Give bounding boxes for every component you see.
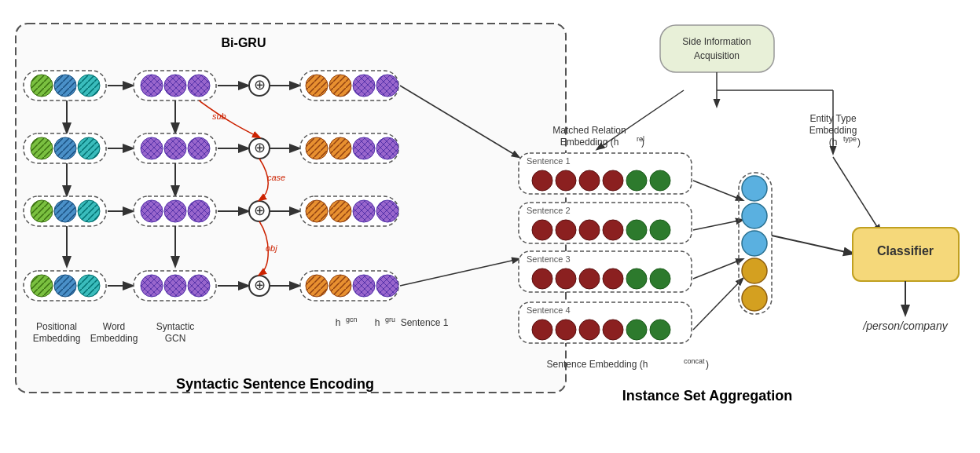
svg-line-149 [693,259,743,279]
sentence-group-4: Sentence 4 [519,302,692,343]
svg-point-24 [188,75,210,97]
svg-point-37 [31,137,53,159]
svg-point-78 [54,275,76,297]
svg-point-23 [164,75,186,97]
svg-point-143 [626,320,647,340]
label-word-emb: Word [103,321,125,332]
svg-point-154 [742,258,767,283]
svg-line-157 [772,236,853,254]
svg-point-19 [78,75,100,97]
svg-point-139 [532,320,552,340]
input-row3 [24,196,106,226]
svg-text:⊕: ⊕ [254,140,266,155]
svg-point-132 [556,269,576,289]
svg-point-52 [353,137,375,159]
svg-point-30 [306,75,328,97]
svg-text:Sentence 1: Sentence 1 [527,156,571,166]
output-row1 [300,71,398,100]
svg-point-64 [188,200,210,222]
main-diagram: Bi-GRU [0,0,980,453]
svg-point-127 [626,220,647,240]
svg-line-147 [693,181,743,200]
svg-text:⊕: ⊕ [254,203,266,218]
svg-point-83 [164,275,186,297]
side-info-label: Side Information [682,36,751,47]
svg-line-158 [833,157,880,232]
bigru-label: Bi-GRU [222,36,266,49]
svg-text:Acquisition: Acquisition [694,50,740,61]
svg-point-22 [141,75,163,97]
svg-point-82 [141,275,163,297]
svg-point-71 [329,200,351,222]
svg-point-73 [376,200,398,222]
svg-point-51 [329,137,351,159]
svg-point-123 [532,220,552,240]
output-row3 [300,196,398,226]
svg-point-125 [579,220,600,240]
svg-point-39 [78,137,100,159]
svg-point-63 [164,200,186,222]
input-row2 [24,133,106,163]
label-sub: sub [212,111,226,121]
svg-point-141 [579,320,600,340]
title-syntactic: Syntactic Sentence Encoding [176,376,374,392]
svg-point-77 [31,275,53,297]
svg-point-117 [579,170,600,191]
svg-point-79 [78,275,100,297]
svg-point-18 [54,75,76,97]
svg-point-42 [141,137,163,159]
svg-point-151 [742,176,767,201]
svg-text:Sentence 4: Sentence 4 [527,305,571,315]
label-sentence1: Sentence 1 [401,317,449,328]
svg-point-38 [54,137,76,159]
svg-point-140 [556,320,576,340]
gcn-row2 [134,133,216,163]
gcn-row4 [134,271,216,301]
input-row1 [24,71,106,100]
svg-text:concat: concat [684,357,705,365]
svg-point-131 [532,269,552,289]
svg-text:): ) [641,137,644,148]
svg-text:): ) [857,137,861,148]
aggregation-circles [739,173,772,314]
svg-point-126 [603,220,623,240]
gcn-row3 [134,196,216,226]
svg-point-134 [603,269,623,289]
svg-point-62 [141,200,163,222]
svg-point-57 [31,200,53,222]
svg-point-59 [78,200,100,222]
svg-point-118 [603,170,623,191]
svg-point-93 [376,275,398,297]
output-label: /person/company [862,320,948,332]
input-row4 [24,271,106,301]
label-case: case [267,173,285,182]
svg-point-133 [579,269,600,289]
svg-point-92 [353,275,375,297]
svg-point-84 [188,275,210,297]
svg-point-31 [329,75,351,97]
svg-point-152 [742,203,767,228]
svg-point-72 [353,200,375,222]
svg-text:Sentence 2: Sentence 2 [527,206,571,215]
svg-point-135 [626,269,647,289]
svg-point-50 [306,137,328,159]
svg-point-53 [376,137,398,159]
svg-point-32 [353,75,375,97]
sentence-group-3: Sentence 3 [519,251,692,292]
svg-point-142 [603,320,623,340]
svg-point-33 [376,75,398,97]
svg-text:gru: gru [385,316,395,323]
svg-text:Embedding (h: Embedding (h [560,137,619,148]
output-row4 [300,271,398,301]
svg-point-120 [650,170,670,191]
svg-text:gcn: gcn [346,316,358,323]
label-matched-rel: Matched Relation [552,125,626,136]
svg-text:Sentence 3: Sentence 3 [527,254,571,264]
svg-point-70 [306,200,328,222]
label-obj: obj [266,243,277,253]
svg-point-136 [650,269,670,289]
svg-text:GCN: GCN [165,333,186,344]
label-sentence-emb: Sentence Embedding (h [547,359,648,370]
svg-rect-101 [660,25,774,72]
label-hgru: h [375,317,380,328]
